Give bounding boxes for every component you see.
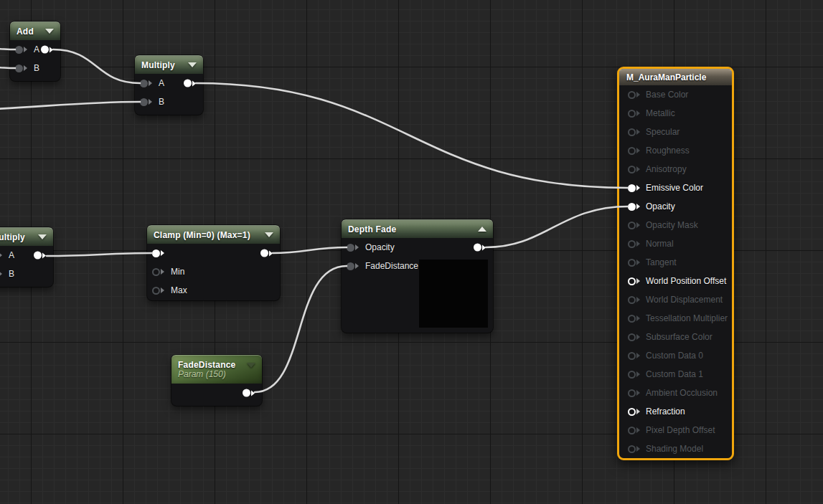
input-pin[interactable] bbox=[628, 315, 636, 323]
node-add[interactable]: Add A B bbox=[10, 22, 60, 81]
chevron-down-icon[interactable] bbox=[247, 363, 255, 368]
node-fadedistance-param[interactable]: FadeDistance Param (150) bbox=[171, 355, 262, 406]
wire-multiply-left-to-clamp[interactable] bbox=[47, 253, 152, 256]
node-multiply-top[interactable]: Multiply A B bbox=[135, 55, 203, 115]
pin-arrow-icon bbox=[161, 269, 164, 275]
wire-clamp-to-depthfade-opacity[interactable] bbox=[273, 247, 347, 253]
input-pin[interactable] bbox=[628, 389, 636, 397]
input-pin[interactable] bbox=[628, 371, 636, 379]
node-title: Clamp (Min=0) (Max=1) bbox=[154, 230, 260, 240]
pin-label: A bbox=[159, 78, 164, 88]
input-pin[interactable] bbox=[628, 259, 636, 267]
input-pin[interactable] bbox=[628, 147, 636, 155]
node-title: Multiply bbox=[141, 60, 184, 70]
pin-arrow-icon bbox=[636, 241, 640, 247]
pin-row: Max bbox=[147, 281, 280, 300]
pin-row: Subsurface Color bbox=[619, 328, 732, 346]
pin-arrow-icon bbox=[636, 129, 640, 135]
node-title: Depth Fade bbox=[348, 224, 474, 234]
node-clamp-header[interactable]: Clamp (Min=0) (Max=1) bbox=[147, 225, 280, 244]
pin-label: Tangent bbox=[646, 257, 677, 267]
node-material-output-header[interactable]: M_AuraManParticle bbox=[619, 69, 732, 85]
chevron-down-icon[interactable] bbox=[188, 62, 197, 67]
input-pin[interactable] bbox=[628, 128, 636, 136]
pin-label: Specular bbox=[646, 127, 679, 137]
input-pin-b[interactable] bbox=[140, 98, 148, 106]
pin-arrow-icon bbox=[149, 99, 152, 105]
node-clamp[interactable]: Clamp (Min=0) (Max=1) Min Max bbox=[147, 225, 280, 300]
pin-row: Ambient Occlusion bbox=[619, 384, 732, 402]
pin-arrow-icon bbox=[636, 278, 640, 284]
node-multiply-header[interactable]: Multiply bbox=[0, 227, 53, 246]
pin-arrow-icon bbox=[636, 166, 640, 172]
input-pin-value[interactable] bbox=[152, 249, 160, 257]
input-pin[interactable] bbox=[628, 352, 636, 360]
input-pin[interactable] bbox=[628, 91, 636, 99]
pin-label: World Displacement bbox=[646, 295, 723, 305]
pin-label: B bbox=[159, 97, 164, 107]
pin-arrow-icon bbox=[636, 204, 640, 209]
input-pin-opacity[interactable] bbox=[347, 244, 354, 252]
input-pin-b[interactable] bbox=[15, 65, 23, 72]
node-fadedistance-header[interactable]: FadeDistance Param (150) bbox=[171, 355, 262, 384]
output-pin[interactable] bbox=[243, 389, 255, 397]
input-pin[interactable] bbox=[628, 110, 636, 118]
input-pin-opacity[interactable] bbox=[628, 203, 636, 211]
wire-depthfade-to-opacity[interactable] bbox=[486, 206, 628, 247]
wire-add-to-multiply-a[interactable] bbox=[53, 49, 140, 83]
output-pin[interactable] bbox=[184, 80, 196, 87]
pin-label: Custom Data 1 bbox=[646, 369, 703, 379]
pin-arrow-icon bbox=[0, 252, 2, 258]
node-material-output[interactable]: M_AuraManParticle Base Color Metallic Sp… bbox=[617, 67, 734, 460]
chevron-down-icon[interactable] bbox=[265, 232, 273, 237]
input-pin-fadedistance[interactable] bbox=[347, 262, 354, 270]
node-multiply-left[interactable]: Multiply A B bbox=[0, 227, 53, 287]
chevron-down-icon[interactable] bbox=[38, 234, 47, 239]
input-pin[interactable] bbox=[628, 333, 636, 341]
chevron-up-icon[interactable] bbox=[478, 227, 486, 232]
pin-label: A bbox=[34, 44, 39, 54]
input-pin-max[interactable] bbox=[152, 287, 160, 295]
param-value-label: Param (150) bbox=[178, 370, 226, 379]
input-pin-refraction[interactable] bbox=[628, 408, 636, 416]
wire-multiply-to-emissive[interactable] bbox=[196, 83, 628, 188]
node-depth-fade-header[interactable]: Depth Fade bbox=[342, 219, 493, 238]
output-pin[interactable] bbox=[34, 252, 46, 260]
pin-label: Tessellation Multiplier bbox=[646, 313, 728, 323]
input-pin[interactable] bbox=[628, 427, 636, 434]
output-pin[interactable] bbox=[474, 244, 486, 252]
pin-arrow-icon bbox=[636, 334, 640, 340]
input-pin-emissive-color[interactable] bbox=[628, 184, 636, 192]
output-pin[interactable] bbox=[260, 249, 273, 257]
pin-row: Custom Data 0 bbox=[619, 346, 732, 365]
pin-label: Shading Model bbox=[646, 444, 703, 454]
input-pin[interactable] bbox=[628, 296, 636, 304]
pin-label: Custom Data 0 bbox=[646, 351, 703, 361]
input-pin[interactable] bbox=[628, 222, 636, 229]
pin-arrow-icon bbox=[149, 80, 152, 86]
pin-row: Roughness bbox=[619, 141, 732, 160]
input-pin[interactable] bbox=[628, 240, 636, 248]
pin-label: FadeDistance bbox=[365, 261, 418, 271]
wire-into-multiply-b[interactable] bbox=[0, 102, 140, 109]
input-pin[interactable] bbox=[628, 445, 636, 453]
pin-row: B bbox=[135, 92, 203, 111]
input-pin-min[interactable] bbox=[152, 268, 160, 276]
material-graph-canvas[interactable]: Add A B Multiply A B Multipl bbox=[0, 0, 823, 504]
node-title: Add bbox=[17, 27, 41, 37]
output-pin[interactable] bbox=[41, 46, 53, 54]
pin-row: Custom Data 1 bbox=[619, 365, 732, 384]
pin-row: Metallic bbox=[619, 104, 732, 123]
pin-row: Normal bbox=[619, 234, 732, 253]
input-pin-a[interactable] bbox=[140, 80, 148, 87]
pin-arrow-icon bbox=[636, 427, 640, 433]
node-multiply-header[interactable]: Multiply bbox=[135, 55, 203, 74]
node-depth-fade[interactable]: Depth Fade Opacity FadeDistance bbox=[342, 219, 493, 333]
pin-row: World Position Offset bbox=[619, 272, 732, 290]
input-pin[interactable] bbox=[628, 166, 636, 173]
chevron-down-icon[interactable] bbox=[45, 29, 54, 34]
input-pin-world-position-offset[interactable] bbox=[628, 277, 636, 285]
input-pin-a[interactable] bbox=[15, 46, 23, 54]
node-add-header[interactable]: Add bbox=[10, 22, 60, 40]
pin-label: Min bbox=[171, 267, 184, 277]
